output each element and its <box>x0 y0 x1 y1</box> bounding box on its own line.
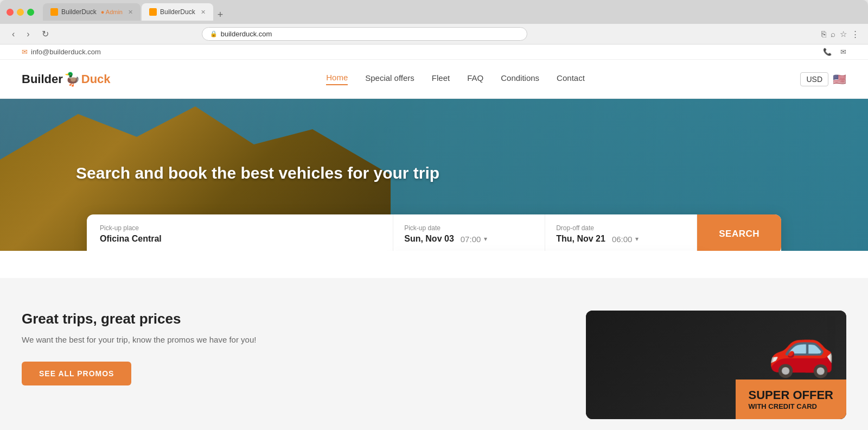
promo-badge: SUPER OFFER WITH CREDIT CARD <box>736 380 846 419</box>
mail-icon[interactable]: ✉ <box>840 48 846 56</box>
top-bar-left: ✉ info@builderduck.com <box>22 48 101 56</box>
dropoff-date-value: Thu, Nov 21 <box>556 234 605 244</box>
content-section: Great trips, great prices We want the be… <box>0 278 868 430</box>
dropoff-date-label: Drop-off date <box>556 224 686 232</box>
search-container: Pick-up place Oficina Central Pick-up da… <box>87 214 781 251</box>
pickup-place-value: Oficina Central <box>100 234 380 244</box>
new-tab-button[interactable]: + <box>214 9 227 21</box>
pickup-date-value: Sun, Nov 03 <box>404 234 454 244</box>
tab-label-2: BuilderDuck <box>160 8 195 16</box>
bookmark-icon[interactable]: ☆ <box>840 29 847 39</box>
tab-favicon-1 <box>50 8 58 16</box>
site-header: Builder 🦆 Duck Home Special offers Fleet… <box>0 60 868 99</box>
pickup-place-field[interactable]: Pick-up place Oficina Central <box>87 214 393 251</box>
website-content: ✉ info@builderduck.com 📞 ✉ Builder 🦆 Duc… <box>0 45 868 430</box>
dropoff-date-field[interactable]: Drop-off date Thu, Nov 21 06:00 ▾ <box>545 214 697 251</box>
promo-section-title: Great trips, great prices <box>22 311 564 327</box>
pickup-date-content: Pick-up date Sun, Nov 03 07:00 ▾ <box>404 224 534 244</box>
top-bar: ✉ info@builderduck.com 📞 ✉ <box>0 45 868 60</box>
header-right: USD 🇺🇸 <box>800 72 846 86</box>
top-bar-right: 📞 ✉ <box>823 48 846 56</box>
browser-titlebar: BuilderDuck ● Admin ✕ BuilderDuck ✕ + <box>0 0 868 24</box>
logo[interactable]: Builder 🦆 Duck <box>22 72 111 87</box>
search-top-row: Pick-up place Oficina Central Pick-up da… <box>87 214 781 251</box>
pickup-time-value: 07:00 <box>461 235 481 244</box>
url-text: builderduck.com <box>221 30 272 38</box>
dropoff-time-chevron: ▾ <box>635 235 639 243</box>
promo-card: 🚗 SUPER OFFER WITH CREDIT CARD <box>586 311 846 419</box>
pickup-date-field[interactable]: Pick-up date Sun, Nov 03 07:00 ▾ <box>393 214 545 251</box>
nav-home[interactable]: Home <box>326 73 348 85</box>
logo-duck-icon: 🦆 <box>64 72 80 87</box>
address-bar: ‹ › ↻ 🔒 builderduck.com ⎘ ⌕ ☆ ⋮ <box>0 24 868 45</box>
promo-badge-title: SUPER OFFER <box>749 388 833 402</box>
zoom-icon[interactable]: ⌕ <box>831 29 835 39</box>
maximize-window-btn[interactable] <box>27 9 34 16</box>
search-button[interactable]: SEARCH <box>697 214 781 251</box>
lock-icon: 🔒 <box>210 30 218 37</box>
pickup-place-label: Pick-up place <box>100 224 380 232</box>
tab-favicon-2 <box>149 8 157 16</box>
minimize-window-btn[interactable] <box>17 9 24 16</box>
promo-section-description: We want the best for your trip, know the… <box>22 334 564 346</box>
cast-icon[interactable]: ⎘ <box>821 29 826 39</box>
email-icon: ✉ <box>22 48 28 56</box>
browser-right-icons: ⎘ ⌕ ☆ ⋮ <box>821 29 859 39</box>
nav-faq[interactable]: FAQ <box>467 73 483 85</box>
traffic-lights <box>7 9 34 16</box>
close-window-btn[interactable] <box>7 9 14 16</box>
promo-text-section: Great trips, great prices We want the be… <box>22 311 564 419</box>
pickup-date-row: Sun, Nov 03 07:00 ▾ <box>404 234 534 244</box>
promo-car-image: 🚗 <box>768 316 835 380</box>
tab-subtitle-1: ● Admin <box>101 9 123 15</box>
phone-icon[interactable]: 📞 <box>823 48 832 56</box>
dropoff-time-value: 06:00 <box>612 235 633 244</box>
tab-close-2[interactable]: ✕ <box>201 9 206 16</box>
browser-window: BuilderDuck ● Admin ✕ BuilderDuck ✕ + ‹ … <box>0 0 868 430</box>
back-button[interactable]: ‹ <box>9 28 18 40</box>
logo-text-orange: Duck <box>81 72 111 86</box>
nav-fleet[interactable]: Fleet <box>432 73 450 85</box>
url-bar[interactable]: 🔒 builderduck.com <box>202 27 527 41</box>
currency-selector[interactable]: USD <box>800 72 828 86</box>
main-nav: Home Special offers Fleet FAQ Conditions… <box>326 73 585 85</box>
promo-card-section: 🚗 SUPER OFFER WITH CREDIT CARD <box>586 311 846 419</box>
nav-contact[interactable]: Contact <box>557 73 585 85</box>
tabs-bar: BuilderDuck ● Admin ✕ BuilderDuck ✕ + <box>43 3 861 21</box>
see-all-promos-button[interactable]: SEE ALL PROMOS <box>22 362 131 385</box>
dropoff-date-row: Thu, Nov 21 06:00 ▾ <box>556 234 686 244</box>
tab-1[interactable]: BuilderDuck ● Admin ✕ <box>43 3 141 21</box>
hero-title: Search and book the best vehicles for yo… <box>76 164 439 182</box>
tab-close-1[interactable]: ✕ <box>128 9 133 16</box>
pickup-date-label: Pick-up date <box>404 224 534 232</box>
tab-2[interactable]: BuilderDuck ✕ <box>142 3 213 21</box>
dropoff-date-content: Drop-off date Thu, Nov 21 06:00 ▾ <box>556 224 686 244</box>
tab-label-1: BuilderDuck <box>61 8 97 16</box>
pickup-time-chevron: ▾ <box>484 235 487 243</box>
menu-icon[interactable]: ⋮ <box>851 29 859 39</box>
nav-special-offers[interactable]: Special offers <box>365 73 414 85</box>
hero-section: Search and book the best vehicles for yo… <box>0 99 868 251</box>
forward-button[interactable]: › <box>23 28 33 40</box>
email-address: info@builderduck.com <box>31 48 101 56</box>
promo-badge-subtitle: WITH CREDIT CARD <box>749 402 833 410</box>
nav-conditions[interactable]: Conditions <box>501 73 539 85</box>
pickup-time-display: 07:00 ▾ <box>461 235 488 244</box>
logo-text-black: Builder <box>22 72 63 86</box>
language-flag[interactable]: 🇺🇸 <box>833 73 846 86</box>
refresh-button[interactable]: ↻ <box>39 28 52 40</box>
dropoff-time-display: 06:00 ▾ <box>612 235 639 244</box>
